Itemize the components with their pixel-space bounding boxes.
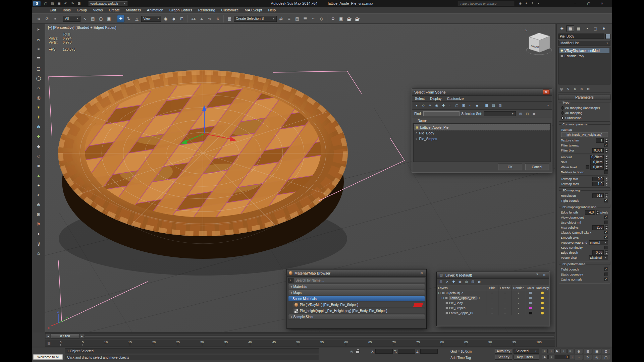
display-spacewarps-icon[interactable]: ≈ (447, 103, 453, 109)
render-setup-icon[interactable]: ⚙ (329, 15, 337, 22)
minimize-button[interactable]: – (569, 0, 582, 7)
spinner[interactable] (605, 165, 608, 170)
spinner[interactable] (605, 182, 608, 186)
ellipse-shape-icon[interactable]: ◯ (35, 74, 43, 82)
maximize-viewport-icon[interactable]: ▢ (602, 355, 610, 360)
home-icon[interactable]: ⌂ (35, 249, 43, 257)
set-current-layer-icon[interactable]: ◎ (464, 279, 469, 285)
bind-to-spacewarp-icon[interactable]: ≈ (51, 15, 59, 22)
go-to-end-icon[interactable]: » (567, 349, 573, 353)
select-none-icon[interactable]: ⊟ (524, 111, 530, 117)
spinner[interactable] (605, 155, 608, 160)
tab-motion-icon[interactable]: ◔ (583, 25, 591, 32)
texmap-button[interactable]: ight (Apple_Pie_Height.png) (561, 132, 608, 137)
display-groups-icon[interactable]: ▢ (454, 103, 460, 109)
zoom-window-icon[interactable]: ⊞ (584, 349, 592, 354)
smooth-uvs-checkbox[interactable] (604, 236, 608, 239)
viewport-label[interactable]: [+] [Perspective] [Shaded + Edged Faces] (48, 25, 116, 29)
infocenter-search-input[interactable] (458, 1, 515, 6)
maximize-button[interactable]: ▢ (582, 0, 595, 7)
current-frame-field[interactable]: 0 (555, 355, 569, 359)
3dsmax-logo[interactable]: S (33, 1, 41, 6)
hide-freeze-toggle-icon[interactable]: ⇄ (476, 279, 482, 285)
time-slider-handle[interactable]: 0 / 100 (51, 334, 79, 338)
radiosity-icon[interactable] (541, 302, 544, 304)
keep-continuity-checkbox[interactable] (604, 246, 608, 249)
view-list-icon[interactable]: ☰ (484, 103, 490, 109)
window-crossing-icon[interactable]: ▣ (105, 15, 113, 22)
dialog-menu-item[interactable]: Customize (444, 97, 467, 101)
cache-normals-checkbox[interactable] (604, 278, 608, 281)
select-invert-icon[interactable]: ⇄ (531, 111, 537, 117)
section-icon[interactable]: § (35, 240, 43, 247)
tab-hierarchy-icon[interactable]: ▦ (575, 25, 583, 32)
close-icon[interactable]: ✕ (542, 273, 547, 278)
rectangular-selection-region-icon[interactable]: ▢ (97, 15, 105, 22)
gem-icon[interactable]: ◇ (35, 152, 43, 160)
halfsphere-icon[interactable]: ◐ (35, 191, 43, 198)
modifier-stack-item[interactable]: Editable Poly (559, 53, 609, 59)
amount-field[interactable]: 0,28cm (590, 155, 604, 160)
tight-bounds-3d-checkbox[interactable] (604, 267, 608, 271)
display-helpers-icon[interactable]: ✚ (440, 103, 446, 109)
texture-channel-field[interactable]: 1 (596, 138, 604, 143)
flag-icon[interactable]: ⚑ (35, 220, 43, 228)
layer-color-swatch[interactable] (529, 297, 532, 299)
menu-item[interactable]: Modifiers (123, 8, 144, 12)
next-frame-icon[interactable]: › (561, 349, 567, 353)
layer-color-swatch[interactable] (529, 307, 532, 309)
display-materials-icon[interactable]: ◐ (467, 103, 473, 109)
tab-display-icon[interactable]: ▢ (591, 25, 599, 32)
track-bar-options-icon[interactable]: ▦ (46, 341, 52, 346)
select-and-move-icon[interactable]: ✚ (117, 15, 124, 22)
unlink-selection-icon[interactable]: ⊘ (43, 15, 51, 22)
menu-item[interactable]: Tools (59, 8, 74, 12)
orbit-icon[interactable]: ↻ (584, 355, 592, 360)
add-selection-to-layer-icon[interactable]: ✚ (451, 279, 457, 285)
max-subdivs-field[interactable]: 256 (592, 225, 604, 230)
edge-length-field[interactable]: 4,0 (585, 210, 595, 215)
radiosity-icon[interactable] (541, 297, 544, 299)
project-folder-icon[interactable]: ⊞ (76, 1, 82, 6)
merge-layer-icon[interactable]: ⊟ (470, 279, 476, 285)
sample-slots-group-row[interactable]: + Sample Slots (288, 314, 425, 319)
scene-object-row[interactable]: ○ Pie_Stripes (414, 136, 550, 141)
view-dependent-checkbox[interactable] (604, 216, 608, 219)
tab-create-icon[interactable]: ✚ (558, 25, 566, 32)
link-icon[interactable]: ∞ (35, 36, 43, 43)
menu-item[interactable]: Graph Editors (166, 8, 195, 12)
spinner[interactable] (605, 160, 608, 165)
view-columns-icon[interactable]: ▥ (497, 103, 503, 109)
use-object-mtl-checkbox[interactable] (604, 221, 608, 224)
curve-editor-icon[interactable]: ~ (310, 15, 317, 22)
workspace-dropdown[interactable]: Workspace: Default▼ (88, 1, 128, 6)
selection-set-dropdown[interactable]: ▼ (484, 111, 516, 116)
layer-manager-icon[interactable]: ▤ (293, 15, 301, 22)
parameters-rollout[interactable]: Parameters (558, 94, 611, 100)
pan-icon[interactable]: ⇔ (575, 355, 583, 360)
spinner[interactable] (605, 177, 608, 181)
layer-color-swatch[interactable] (529, 292, 532, 294)
select-object-icon[interactable]: ↖ (81, 15, 89, 22)
layer-color-swatch[interactable] (529, 312, 532, 314)
object-color-swatch[interactable] (605, 34, 610, 39)
remove-modifier-icon[interactable]: ✕ (579, 86, 585, 92)
diamond-small-icon[interactable]: ♦ (35, 230, 43, 237)
dialog-menu-item[interactable]: Select (412, 97, 427, 101)
circle-shape-icon[interactable]: ○ (35, 84, 43, 92)
resolution-field[interactable]: 512 (592, 193, 604, 198)
display-shapes-icon[interactable]: ◇ (420, 103, 426, 109)
z-coordinate-field[interactable] (420, 349, 438, 354)
select-all-icon[interactable]: ⊞ (518, 111, 524, 117)
menu-item[interactable]: Animation (144, 8, 166, 12)
align-icon[interactable]: ≡ (285, 15, 293, 22)
wave-icon[interactable]: ≈ (35, 45, 43, 53)
spinner[interactable] (605, 138, 608, 143)
layer-dialog-titlebar[interactable]: ▤ Layer: 0 (default) ? ✕ (437, 272, 549, 279)
render-production-icon[interactable]: ☕ (345, 15, 353, 22)
scene-object-row[interactable]: ○ Pie_Body (414, 130, 550, 136)
key-mode-toggle-icon[interactable]: ◈ (542, 355, 548, 359)
snowflake-icon[interactable]: ❄ (35, 123, 43, 130)
water-level-checkbox[interactable] (586, 165, 589, 169)
render-iterative-icon[interactable]: ☕ (354, 15, 361, 22)
